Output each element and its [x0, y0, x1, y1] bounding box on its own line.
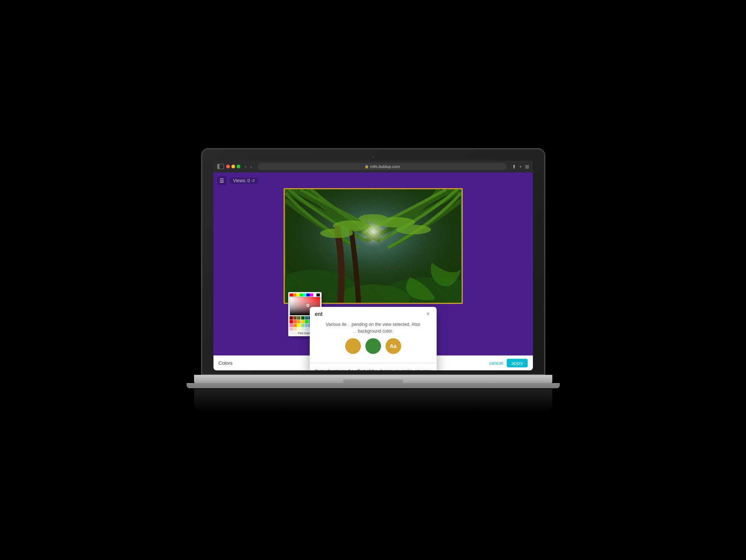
swatch[interactable]	[290, 316, 293, 320]
page-content: ☰ Views: 0 ↺	[213, 172, 533, 355]
color-white[interactable]	[313, 293, 316, 296]
color-blue[interactable]	[306, 293, 310, 296]
swatch[interactable]	[297, 316, 300, 320]
swatch[interactable]	[290, 324, 293, 327]
swatch[interactable]	[305, 316, 308, 320]
browser-nav-buttons: ‹ ›	[244, 164, 253, 169]
refresh-icon[interactable]: ↺	[252, 178, 255, 183]
dialog-divider	[310, 363, 437, 363]
dialog-description: Various ite... pending on the view selec…	[315, 321, 431, 335]
browser-toolbar-right: ⬆ + ⊞	[512, 164, 529, 169]
swatch[interactable]	[297, 320, 300, 323]
back-button[interactable]: ‹	[244, 164, 248, 169]
swatch[interactable]	[293, 316, 297, 320]
color-option-gold[interactable]	[345, 338, 361, 354]
top-bar: ☰ Views: 0 ↺	[217, 176, 529, 185]
swatch[interactable]	[305, 324, 308, 327]
dialog-title: ent	[315, 311, 323, 317]
views-label: Views: 0	[233, 178, 250, 183]
swatch[interactable]	[293, 327, 297, 331]
minimize-dot	[231, 165, 235, 168]
window-controls	[226, 165, 240, 168]
color-yellow[interactable]	[296, 293, 300, 296]
svg-point-10	[396, 225, 431, 234]
svg-point-8	[358, 214, 387, 223]
dialog-close-button[interactable]: ×	[425, 311, 431, 317]
add-tab-icon[interactable]: +	[519, 164, 522, 169]
color-option-text[interactable]: Aa	[386, 338, 401, 354]
laptop-reflection	[194, 389, 552, 411]
svg-point-4	[336, 284, 409, 303]
svg-point-7	[375, 217, 415, 227]
color-dialog: ent × Various ite... pending on the view…	[310, 307, 437, 370]
swatch[interactable]	[301, 324, 305, 327]
lock-icon: 🔒	[365, 165, 369, 168]
dialog-footer-text: If you do not see the effect of the chan…	[315, 368, 431, 370]
main-image	[284, 188, 463, 304]
close-dot	[226, 165, 230, 168]
color-cyan[interactable]	[303, 293, 306, 296]
rainbow-row	[290, 293, 320, 296]
color-red[interactable]	[290, 293, 293, 296]
views-badge: Views: 0 ↺	[230, 177, 259, 184]
color-magenta[interactable]	[310, 293, 313, 296]
maximize-dot	[237, 165, 240, 168]
dialog-header: ent ×	[310, 307, 437, 320]
svg-rect-0	[285, 189, 461, 303]
dialog-color-options: Aa	[315, 338, 431, 354]
laptop-wrapper: ‹ › 🔒 rolls.bublup.com ⬆ + ⊞ ☰	[202, 149, 545, 411]
apply-button[interactable]: apply	[507, 359, 527, 367]
swatch[interactable]	[297, 324, 300, 327]
grid-icon[interactable]: ⊞	[525, 164, 529, 169]
browser-window: ‹ › 🔒 rolls.bublup.com ⬆ + ⊞ ☰	[213, 161, 533, 370]
svg-point-6	[333, 220, 369, 231]
laptop-bottom-bar	[187, 383, 560, 388]
svg-rect-1	[285, 189, 461, 303]
swatch[interactable]	[290, 327, 293, 331]
swatch[interactable]	[301, 316, 305, 320]
dialog-body: Various ite... pending on the view selec…	[310, 320, 437, 361]
menu-button[interactable]: ☰	[217, 176, 227, 185]
swatch[interactable]	[305, 320, 308, 323]
svg-point-5	[340, 204, 406, 270]
color-picker-cursor	[306, 304, 309, 307]
color-green[interactable]	[300, 293, 303, 296]
swatch[interactable]	[293, 324, 297, 327]
swatch[interactable]	[301, 320, 305, 323]
swatch[interactable]	[301, 327, 305, 331]
url-text: rolls.bublup.com	[370, 164, 400, 169]
swatch[interactable]	[305, 327, 308, 331]
forward-button[interactable]: ›	[249, 164, 253, 169]
laptop-base	[194, 375, 552, 383]
laptop-screen-bezel: ‹ › 🔒 rolls.bublup.com ⬆ + ⊞ ☰	[202, 149, 545, 375]
forest-image	[285, 189, 462, 303]
color-option-green[interactable]	[365, 338, 381, 354]
color-black[interactable]	[316, 293, 320, 296]
browser-chrome: ‹ › 🔒 rolls.bublup.com ⬆ + ⊞	[213, 161, 533, 172]
svg-point-9	[320, 228, 353, 238]
laptop-camera	[372, 156, 374, 158]
address-bar[interactable]: 🔒 rolls.bublup.com	[257, 163, 507, 170]
color-orange[interactable]	[293, 293, 296, 296]
sidebar-toggle-btn[interactable]	[217, 164, 224, 169]
swatch[interactable]	[290, 320, 293, 323]
svg-point-3	[380, 277, 461, 303]
cancel-button[interactable]: cancel	[489, 360, 503, 366]
swatch[interactable]	[293, 320, 297, 323]
swatch[interactable]	[297, 327, 300, 331]
share-icon[interactable]: ⬆	[512, 164, 516, 169]
dialog-footer: If you do not see the effect of the chan…	[310, 365, 437, 370]
